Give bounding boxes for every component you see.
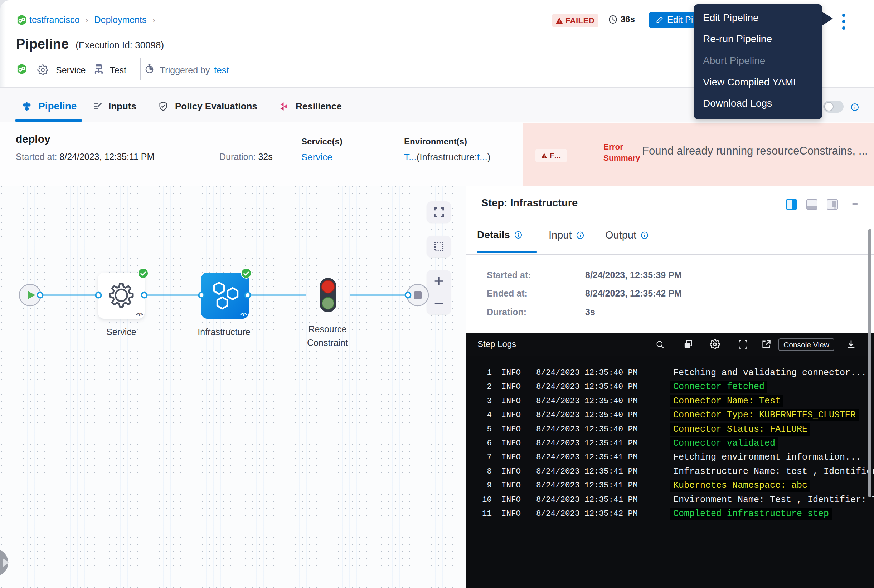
svg-text:</>: </> — [136, 312, 143, 317]
svg-text:</>: </> — [240, 312, 247, 317]
